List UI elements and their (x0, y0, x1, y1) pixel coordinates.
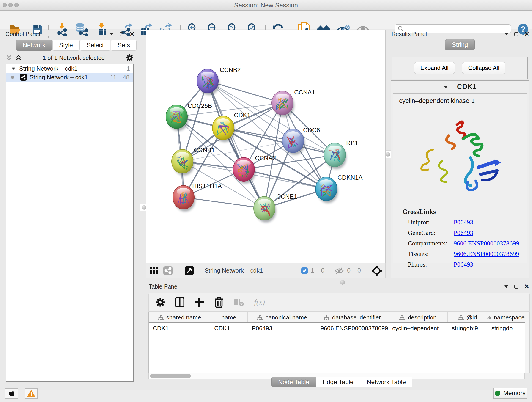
network-row-selected[interactable]: String Network – cdk1 11 48 (6, 73, 133, 82)
tab-string[interactable]: String (445, 39, 475, 50)
table-cell[interactable]: cyclin–dependent ... (388, 323, 448, 333)
tab-network[interactable]: Network (16, 40, 52, 51)
column-header-label: database identifier (332, 314, 381, 321)
collapse-all-icon[interactable] (6, 55, 12, 61)
column-header-shared-name[interactable]: shared name (149, 313, 210, 322)
float-panel-icon[interactable] (514, 285, 518, 288)
network-node-CCNA1[interactable]: CCNA1 (272, 89, 315, 117)
create-column-plus-icon[interactable] (195, 298, 204, 307)
network-node-HIST1H1A[interactable]: HIST1H1A (173, 183, 222, 211)
table-cell[interactable]: CDK1 (149, 323, 210, 333)
show-columns-icon[interactable] (175, 297, 184, 307)
crosslink-link[interactable]: P06493 (454, 219, 473, 226)
toolbar-separator (176, 265, 176, 276)
expand-all-icon[interactable] (16, 55, 22, 61)
window-close-button[interactable] (2, 3, 7, 7)
network-view-title: String Network – cdk1 (205, 267, 263, 274)
crosslink-row: Tissues:9606.ENSP00000378699 (408, 250, 527, 258)
tab-select[interactable]: Select (80, 40, 110, 51)
network-collection-row[interactable]: String Network – cdk1 1 (6, 64, 133, 73)
table-cell[interactable]: CDK1 (210, 323, 248, 333)
selected-checkbox-icon[interactable] (301, 267, 308, 274)
network-edge-CCNA2-CDKN1A[interactable] (244, 169, 326, 189)
table-row[interactable]: CDK1CDK1P064939606.ENSP00000378699cyclin… (149, 323, 530, 333)
protein-name: CDK1 (457, 83, 476, 91)
tab-style[interactable]: Style (52, 40, 80, 51)
expand-all-button[interactable]: Expand All (414, 62, 455, 74)
crosslink-link[interactable]: 9606.ENSP00000378699 (454, 250, 519, 258)
network-view-icon[interactable] (163, 266, 173, 275)
column-header-namespace[interactable]: namespace (487, 313, 525, 322)
close-panel-icon[interactable]: ✕ (524, 285, 529, 288)
hidden-counter: 0 – 0 (347, 267, 361, 274)
column-header-name[interactable]: name (210, 313, 248, 322)
tree-expand-icon[interactable] (12, 67, 15, 70)
grid-view-icon[interactable] (150, 266, 158, 275)
open-in-window-icon[interactable] (184, 266, 194, 275)
float-panel-icon[interactable] (120, 32, 123, 36)
tab-sets[interactable]: Sets (111, 40, 137, 51)
network-node-RB1[interactable]: RB1 (324, 140, 358, 169)
status-bar: Memory (0, 390, 532, 402)
crosslink-link[interactable]: P06493 (454, 261, 473, 268)
scrollbar-thumb[interactable] (150, 374, 191, 378)
column-header-@id[interactable]: @id (448, 313, 487, 322)
results-panel-title: Results Panel (392, 31, 427, 37)
crosslink-link[interactable]: P06493 (454, 229, 473, 236)
collapse-panel-icon[interactable] (504, 285, 508, 288)
memory-label: Memory (503, 390, 526, 397)
table-toolbar: f(x) (148, 293, 530, 312)
node-label-CCNB1: CCNB1 (194, 147, 215, 153)
cloud-status-button[interactable] (5, 389, 18, 399)
column-source-icon (458, 315, 464, 320)
column-header-description[interactable]: description (388, 313, 448, 322)
control-panel-title: Control Panel (6, 31, 40, 37)
window-minimize-button[interactable] (8, 3, 13, 7)
network-options-gear-icon[interactable] (126, 54, 133, 62)
table-vertical-scrollbar[interactable] (525, 312, 530, 373)
column-header-label: description (408, 314, 437, 321)
node-label-CCNA1: CCNA1 (294, 89, 315, 96)
crosslink-link[interactable]: 9606.ENSP00000378699 (454, 240, 519, 247)
toolbar-separator (368, 265, 368, 276)
collapse-panel-icon[interactable] (109, 33, 114, 35)
warning-icon (27, 390, 35, 397)
column-source-icon (257, 315, 263, 320)
warnings-button[interactable] (25, 389, 38, 399)
column-header-database-identifier[interactable]: database identifier (317, 313, 388, 322)
network-node-CDC6[interactable]: CDC6 (282, 127, 320, 155)
fit-content-crosshair-icon[interactable] (371, 265, 382, 276)
memory-button[interactable]: Memory (493, 388, 527, 399)
close-panel-icon[interactable]: ✕ (129, 32, 134, 36)
network-node-CDK1[interactable]: CDK1 (212, 112, 250, 142)
network-node-CDKN1A[interactable]: CDKN1A (316, 174, 363, 203)
network-canvas[interactable]: CCNB2CCNA1CDC25BCDK1CDC6RB1CCNB1CCNA2CDK… (146, 30, 386, 263)
table-panel: Table Panel ✕ (146, 282, 532, 388)
collapse-all-button[interactable]: Collapse All (462, 62, 506, 74)
table-settings-gear-icon[interactable] (156, 298, 165, 307)
hidden-eye-slash-icon[interactable] (334, 267, 344, 274)
table-cell[interactable]: stringdb:9... (448, 323, 487, 333)
delete-column-trash-icon[interactable] (214, 297, 223, 307)
window-zoom-button[interactable] (14, 3, 19, 7)
function-builder-button-disabled: f(x) (254, 298, 265, 307)
titlebar: Session: New Session (0, 0, 532, 11)
table-cell[interactable]: stringdb (487, 323, 525, 333)
column-source-icon (158, 315, 164, 320)
column-header-label: @id (467, 314, 477, 321)
protein-collapse-icon[interactable] (444, 86, 448, 88)
collection-count: 1 (127, 65, 130, 72)
network-node-CCNE1[interactable]: CCNE1 (254, 193, 298, 223)
close-panel-icon[interactable]: ✕ (524, 32, 529, 36)
float-panel-icon[interactable] (514, 32, 518, 36)
column-source-icon (487, 315, 491, 320)
table-cell[interactable]: P06493 (248, 323, 317, 333)
column-header-canonical-name[interactable]: canonical name (248, 313, 317, 322)
tab-node-table[interactable]: Node Table (272, 377, 316, 387)
tab-edge-table[interactable]: Edge Table (316, 377, 360, 387)
collapse-panel-icon[interactable] (504, 33, 508, 35)
table-cell[interactable]: 9606.ENSP00000378699 (317, 323, 388, 333)
network-node-CCNB1[interactable]: CCNB1 (172, 147, 215, 176)
network-edge-HIST1H1A-CCNE1[interactable] (184, 197, 264, 208)
tab-network-table[interactable]: Network Table (360, 377, 413, 387)
